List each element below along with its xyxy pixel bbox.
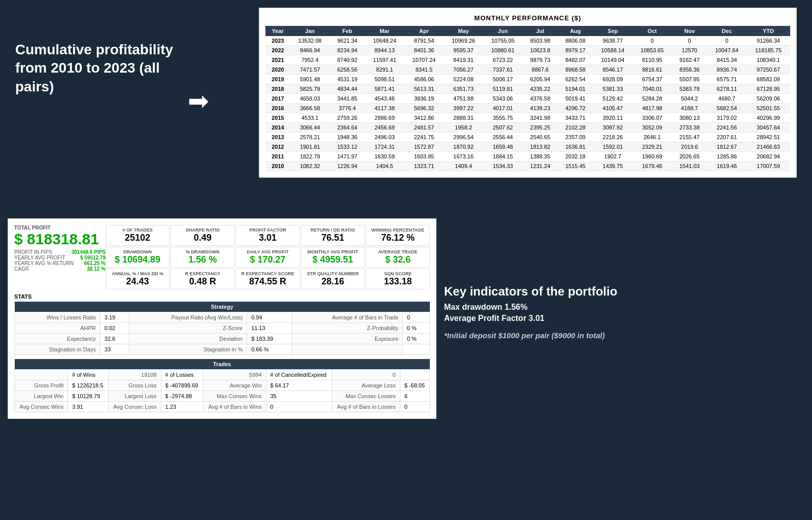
table-cell-value: 32.6 <box>100 334 129 344</box>
table-cell: 21466.63 <box>747 142 790 152</box>
table-cell-value: 35 <box>266 391 332 402</box>
table-cell-label <box>292 344 402 355</box>
table-cell: 8503.98 <box>523 36 558 46</box>
table-cell: 5284.28 <box>632 94 672 104</box>
profit-details: PROFIT IN PIPS 301448.5 PIPS YEARLY AVG … <box>14 249 106 272</box>
stat-box-1: SHARPE RATIO 0.49 <box>171 225 234 246</box>
table-cell-value: $ 10128.79 <box>68 391 108 402</box>
table-cell: 5019.41 <box>558 94 593 104</box>
table-cell: 10880.61 <box>483 46 523 55</box>
table-cell: 2017 <box>265 94 290 104</box>
stat-box2-2: DAILY AVG PROFIT $ 170.27 <box>235 247 299 268</box>
table-cell-value: $ 183.39 <box>247 334 292 344</box>
table-cell: 2578.21 <box>290 133 330 142</box>
table-cell: 3241.98 <box>523 113 558 123</box>
table-cell-label: Average Win <box>203 380 266 391</box>
table-cell: 0 <box>672 36 707 46</box>
table-cell: 10707.24 <box>404 55 444 65</box>
table-cell: 40296.99 <box>747 113 790 123</box>
stat-label: MONTHLY AVG PROFIT <box>304 249 361 254</box>
monthly-table-title: MONTHLY PERFORMANCE ($) <box>265 14 790 22</box>
table-cell: 7471.57 <box>290 65 330 75</box>
monthly-table-col-may: May <box>444 26 483 36</box>
table-cell: 3433.71 <box>558 113 593 123</box>
table-cell: 1226.94 <box>330 161 365 171</box>
arrow-right-icon: ➡ <box>188 86 209 116</box>
table-cell: 91266.34 <box>747 36 790 46</box>
monthly-table-col-year: Year <box>265 26 290 36</box>
stat-label: RETURN / DD RATIO <box>304 228 361 233</box>
table-cell: 8936.74 <box>707 65 747 75</box>
table-cell: 6351.73 <box>444 84 483 94</box>
yearly-return-value: 661.25 % <box>84 261 106 266</box>
table-cell-value: 0 % <box>402 323 429 334</box>
stat-value: 133.18 <box>369 276 426 287</box>
yearly-avg-value: $ 59512.79 <box>80 255 106 261</box>
table-cell: 2023 <box>265 36 290 46</box>
table-cell: 1724.31 <box>365 142 404 152</box>
table-cell: 3920.11 <box>593 113 633 123</box>
table-cell: 8944.13 <box>365 46 404 55</box>
table-cell: 4834.44 <box>330 84 365 94</box>
table-cell: 3441.85 <box>330 94 365 104</box>
table-cell-label: Payout Ratio (Avg Win/Loss) <box>129 312 247 323</box>
table-cell: 2207.61 <box>707 133 747 142</box>
table-cell: 2481.57 <box>404 123 444 133</box>
table-cell: 1812.67 <box>707 142 747 152</box>
table-cell: 4376.58 <box>523 94 558 104</box>
stat-box-2: PROFIT FACTOR 3.01 <box>235 225 299 246</box>
stat-value: 24.43 <box>109 276 166 287</box>
monthly-table-col-aug: Aug <box>558 26 593 36</box>
stat-box3-4: SQN SCORE 133.18 <box>366 269 430 289</box>
key-indicators-note: *Initial deposit $1000 per pair ($9000 i… <box>444 331 797 340</box>
table-cell: 1603.85 <box>404 152 444 161</box>
table-cell: 4751.88 <box>444 94 483 104</box>
table-row: 20101082.321226.941404.51323.711409.4153… <box>265 161 790 171</box>
stat-value: $ 10694.89 <box>109 254 166 265</box>
monthly-table-col-jan: Jan <box>290 26 330 36</box>
table-cell: 20682.94 <box>747 152 790 161</box>
table-cell-label <box>15 370 68 380</box>
table-row: 20143066.442364.642456.692481.571958.225… <box>265 123 790 133</box>
table-row: Expectancy32.6Deviation$ 183.39Exposure0… <box>15 334 430 344</box>
table-cell: 10853.65 <box>632 46 672 55</box>
table-cell-value: 0 <box>402 312 429 323</box>
table-cell: 8482.07 <box>558 55 593 65</box>
table-cell: 1572.87 <box>404 142 444 152</box>
monthly-table-col-sep: Sep <box>593 26 633 36</box>
table-cell: 5129.42 <box>593 94 633 104</box>
table-cell: 1541.03 <box>672 161 707 171</box>
table-cell: 6754.37 <box>632 75 672 84</box>
table-row: Stagnation in Days33Stagnation in %0.66 … <box>15 344 430 355</box>
table-cell: 68582.09 <box>747 75 790 84</box>
stat-value: 25102 <box>109 233 166 243</box>
table-cell: 4533.1 <box>290 113 330 123</box>
stat-box3-0: ANNUAL % / MAX DD % 24.43 <box>106 269 170 289</box>
total-profit-label: TOTAL PROFIT <box>14 225 106 231</box>
table-cell: 4817.98 <box>632 104 672 113</box>
table-cell: 3555.75 <box>483 113 523 123</box>
table-cell: 2733.38 <box>672 123 707 133</box>
table-cell: 9621.34 <box>330 36 365 46</box>
table-cell: 2986.69 <box>365 113 404 123</box>
table-cell: 6928.09 <box>593 75 633 84</box>
table-cell-value: 0 <box>266 402 332 412</box>
table-cell-value: # of Cancelled/Expired <box>266 370 332 380</box>
table-cell: 10588.14 <box>593 46 633 55</box>
table-cell-value: 0.66 % <box>247 344 292 355</box>
stat-value: $ 170.27 <box>239 254 296 265</box>
table-cell: 9638.77 <box>593 36 633 46</box>
table-cell-label: Deviation <box>129 334 247 344</box>
table-cell-label: Wins / Losses Ratio <box>15 312 100 323</box>
table-cell-value: $ -407899.69 <box>161 380 203 391</box>
table-cell-value: 33 <box>100 344 129 355</box>
stat-box-3: RETURN / DD RATIO 76.51 <box>301 225 365 246</box>
table-cell: 9879.73 <box>523 55 558 65</box>
table-cell: 11597.41 <box>365 55 404 65</box>
table-cell: 1822.79 <box>290 152 330 161</box>
table-cell: 1960.69 <box>632 152 672 161</box>
table-cell: 4139.23 <box>523 104 558 113</box>
table-cell-label: Max Consec Losses <box>332 391 400 402</box>
table-cell: 1630.59 <box>365 152 404 161</box>
table-cell-value: 6 <box>400 391 429 402</box>
